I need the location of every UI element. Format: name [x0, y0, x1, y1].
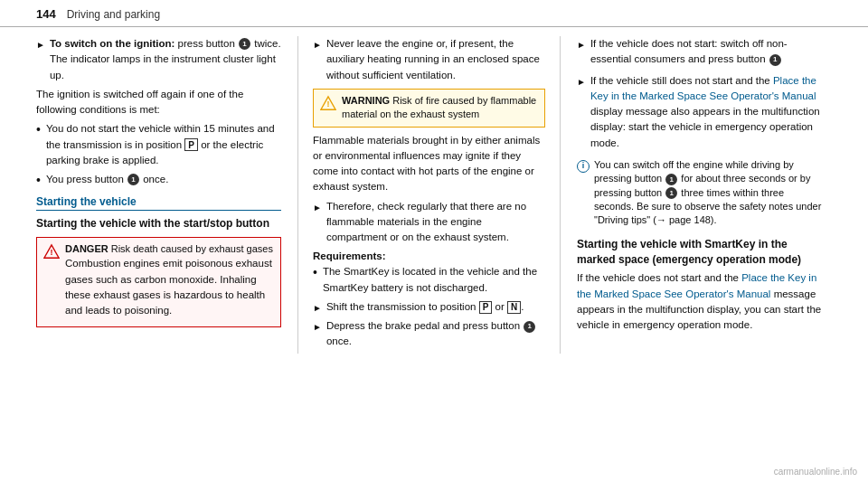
bullet-never-leave-text: Never leave the engine or, if present, t… — [326, 36, 545, 83]
ignition-instruction: ► To switch on the ignition: press butto… — [36, 36, 281, 83]
dot-req: • — [313, 264, 317, 280]
btn-1-info2: 1 — [665, 187, 677, 199]
info-note: i You can switch off the engine while dr… — [577, 158, 823, 228]
warning-body: Flammable materials brought in by either… — [313, 133, 545, 195]
key-p: P — [184, 138, 198, 151]
dot-icon-2: • — [36, 172, 41, 188]
warning-label: WARNING — [342, 95, 390, 106]
arrow-icon: ► — [36, 38, 45, 52]
col-middle: ► Never leave the engine or, if present,… — [298, 36, 561, 354]
danger-triangle-icon: ! — [43, 243, 60, 260]
arrow-icon-r2: ► — [577, 75, 586, 89]
subheading-start-stop: Starting the vehicle with the start/stop… — [36, 216, 281, 232]
btn-1-brake: 1 — [524, 321, 535, 333]
danger-content: DANGER Risk death caused by exhaust gase… — [65, 242, 274, 322]
bullet-transmission-text: You do not start the vehicle within 15 m… — [46, 121, 281, 168]
key-p-2: P — [479, 301, 493, 314]
section-heading-starting: Starting the vehicle — [36, 195, 281, 211]
smartkey-heading: Starting the vehicle with SmartKey in th… — [577, 237, 823, 268]
bullet-shift-trans: ► Shift the transmission to position P o… — [313, 299, 545, 315]
place-key-link-2[interactable]: Place the Key in the Marked Space See Op… — [577, 272, 816, 298]
page-number: 144 — [36, 7, 56, 21]
header-bar: 144 Driving and parking — [0, 0, 868, 27]
warning-content: WARNING Risk of fire caused by flammable… — [342, 94, 538, 122]
btn-1-ignition: 1 — [239, 38, 250, 50]
danger-body: Combustion engines emit poisonous exhaus… — [65, 256, 274, 318]
arrow-icon-m3: ► — [313, 301, 322, 315]
arrow-icon-m4: ► — [313, 320, 322, 334]
bullet-button-once: • You press button 1 once. — [36, 172, 281, 188]
key-n: N — [507, 301, 521, 314]
dot-icon: • — [36, 121, 41, 137]
content-area: ► To switch on the ignition: press butto… — [0, 27, 868, 363]
bullet-transmission: • You do not start the vehicle within 15… — [36, 121, 281, 168]
svg-text:!: ! — [51, 248, 53, 257]
col-left: ► To switch on the ignition: press butto… — [36, 36, 298, 354]
watermark: carmanualonline.info — [774, 467, 857, 477]
arrow-icon-r1: ► — [577, 38, 586, 52]
ignition-text: To switch on the ignition: press button … — [50, 36, 281, 83]
req-smartkey-text: The SmartKey is located in the vehicle a… — [323, 264, 545, 296]
req-smartkey: • The SmartKey is located in the vehicle… — [313, 264, 545, 296]
ignition-heading: To switch on the ignition: — [50, 38, 175, 49]
smartkey-body: If the vehicle does not start and the Pl… — [577, 270, 823, 333]
warning-box: ! WARNING Risk of fire caused by flammab… — [313, 89, 545, 128]
bullet-check-flammable: ► Therefore, check regularly that there … — [313, 199, 545, 246]
bullet-still-no-start-text: If the vehicle still does not start and … — [590, 73, 823, 151]
page-container: 144 Driving and parking ► To switch on t… — [0, 0, 868, 482]
warning-triangle-icon: ! — [320, 95, 336, 111]
bullet-brake-press: ► Depress the brake pedal and press butt… — [313, 318, 545, 350]
bullet-brake-text: Depress the brake pedal and press button… — [326, 318, 545, 350]
requirements-label: Requirements: — [313, 250, 545, 261]
bullet-still-no-start: ► If the vehicle still does not start an… — [577, 73, 823, 151]
btn-1-once: 1 — [127, 174, 139, 185]
danger-title: Risk death caused by exhaust gases — [111, 243, 273, 254]
ignition-off-text: The ignition is switched off again if on… — [36, 87, 281, 118]
bullet-never-leave: ► Never leave the engine or, if present,… — [313, 36, 545, 83]
place-key-link-1[interactable]: Place the Key in the Marked Space See Op… — [590, 75, 816, 101]
bullet-button-once-text: You press button 1 once. — [46, 172, 168, 187]
header-title: Driving and parking — [67, 8, 160, 21]
bullet-shift-text: Shift the transmission to position P or … — [326, 299, 524, 315]
svg-text:!: ! — [327, 99, 330, 109]
btn-1-nostart: 1 — [769, 54, 781, 66]
arrow-icon-m2: ► — [313, 201, 322, 214]
bullet-check-text: Therefore, check regularly that there ar… — [326, 199, 545, 246]
col-right: ► If the vehicle does not start: switch … — [561, 36, 823, 354]
bullet-no-start-text: If the vehicle does not start: switch of… — [590, 36, 823, 68]
bullet-no-start: ► If the vehicle does not start: switch … — [577, 36, 823, 68]
btn-1-info1: 1 — [665, 174, 677, 185]
danger-box: ! DANGER Risk death caused by exhaust ga… — [36, 237, 281, 327]
arrow-icon-m1: ► — [313, 38, 322, 52]
info-circle-icon: i — [577, 160, 590, 173]
info-note-text: You can switch off the engine while driv… — [594, 158, 823, 228]
danger-label: DANGER — [65, 243, 108, 254]
